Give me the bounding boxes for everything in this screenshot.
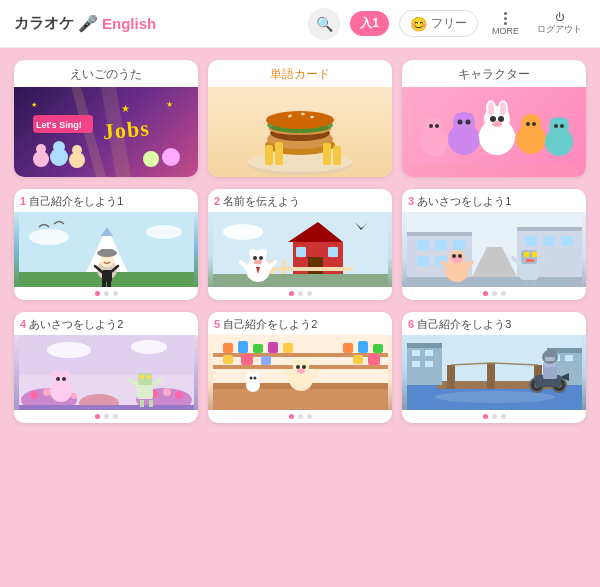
svg-rect-162 — [149, 400, 153, 407]
svg-point-189 — [297, 369, 305, 374]
svg-point-12 — [143, 151, 159, 167]
dot — [95, 291, 100, 296]
category-card-vocabulary[interactable]: 単語カード — [208, 60, 392, 177]
lesson-1-dots — [14, 287, 198, 300]
svg-rect-110 — [517, 227, 582, 231]
svg-rect-131 — [526, 259, 534, 262]
lesson-6-image — [402, 335, 586, 410]
main-content: えいごのうた Jobs Let's Sing! — [0, 48, 600, 447]
food-illustration — [208, 87, 392, 177]
category-title-songs: えいごのうた — [14, 60, 198, 87]
svg-point-155 — [56, 377, 60, 381]
dot — [492, 414, 497, 419]
category-card-songs[interactable]: えいごのうた Jobs Let's Sing! — [14, 60, 198, 177]
logo-karaoke-text: カラオケ — [14, 14, 74, 33]
svg-rect-182 — [368, 354, 380, 365]
svg-rect-28 — [265, 145, 273, 165]
dot — [113, 414, 118, 419]
svg-point-100 — [259, 256, 263, 260]
dot — [289, 414, 294, 419]
lesson-4-title: 4あいさつをしよう2 — [14, 312, 198, 335]
svg-rect-211 — [425, 350, 433, 356]
svg-rect-159 — [140, 375, 144, 379]
svg-rect-180 — [261, 356, 271, 365]
dot — [289, 291, 294, 296]
lesson-row-2: 4あいさつをしよう2 — [14, 312, 586, 423]
dot — [492, 291, 497, 296]
lesson-1-num: 1 — [20, 195, 26, 207]
lesson-6-num: 6 — [408, 318, 414, 330]
smile-icon: 😊 — [410, 16, 427, 32]
lesson-card-3[interactable]: 3あいさつをしよう1 — [402, 189, 586, 300]
svg-rect-176 — [358, 341, 368, 353]
svg-rect-80 — [107, 280, 111, 287]
dot — [104, 414, 109, 419]
lesson-2-image — [208, 212, 392, 287]
header-controls: 🔍 入1 😊 フリー MORE ⏻ ログアウト — [308, 8, 586, 40]
svg-rect-212 — [412, 361, 420, 367]
svg-point-57 — [526, 122, 530, 126]
svg-point-49 — [500, 102, 506, 116]
more-button[interactable]: MORE — [488, 10, 523, 38]
chars-illustration — [402, 87, 586, 177]
mic-icon: 🎤 — [78, 14, 98, 33]
logout-button[interactable]: ⏻ ログアウト — [533, 10, 586, 38]
category-title-vocabulary: 単語カード — [208, 60, 392, 87]
svg-point-124 — [458, 254, 462, 258]
category-card-characters[interactable]: キャラクター — [402, 60, 586, 177]
search-button[interactable]: 🔍 — [308, 8, 340, 40]
svg-rect-29 — [275, 142, 283, 165]
svg-point-197 — [253, 377, 256, 380]
lesson-5-num: 5 — [214, 318, 220, 330]
svg-rect-208 — [407, 343, 442, 348]
lesson-card-6[interactable]: 6自己紹介をしよう3 — [402, 312, 586, 423]
svg-point-42 — [458, 120, 463, 125]
lesson-1-image — [14, 212, 198, 287]
app-header: カラオケ 🎤 English 🔍 入1 😊 フリー MORE ⏻ ログアウト — [0, 0, 600, 48]
dot — [483, 414, 488, 419]
lesson-1-title: 1自己紹介をしよう1 — [14, 189, 198, 212]
dot — [104, 291, 109, 296]
svg-point-146 — [175, 391, 183, 399]
lesson-3-num: 3 — [408, 195, 414, 207]
category-image-songs: Jobs Let's Sing! ★ — [14, 87, 198, 177]
svg-rect-114 — [417, 256, 429, 266]
svg-rect-116 — [525, 236, 537, 246]
free-label: フリー — [431, 15, 467, 32]
svg-rect-161 — [140, 400, 144, 407]
lesson-4-image — [14, 335, 198, 410]
svg-rect-175 — [343, 343, 353, 353]
logout-icon: ⏻ — [555, 12, 564, 22]
lesson-card-5[interactable]: 5自己紹介をしよう2 — [208, 312, 392, 423]
lesson-card-4[interactable]: 4あいさつをしよう2 — [14, 312, 198, 423]
svg-rect-135 — [532, 280, 537, 287]
lesson-3-image — [402, 212, 586, 287]
lesson-row-1: 1自己紹介をしよう1 — [14, 189, 586, 300]
svg-rect-117 — [543, 236, 555, 246]
svg-rect-228 — [545, 357, 555, 361]
lesson-4-num: 4 — [20, 318, 26, 330]
dot — [113, 291, 118, 296]
svg-point-51 — [498, 116, 504, 122]
lesson-card-1[interactable]: 1自己紹介をしよう1 — [14, 189, 198, 300]
lesson-card-2[interactable]: 2名前を伝えよう — [208, 189, 392, 300]
badge-button[interactable]: 入1 — [350, 11, 389, 36]
svg-rect-30 — [323, 143, 331, 165]
svg-rect-118 — [561, 236, 573, 246]
lesson-5-dots — [208, 410, 392, 423]
svg-rect-215 — [565, 355, 573, 361]
free-button[interactable]: 😊 フリー — [399, 10, 478, 37]
lesson-3-dots — [402, 287, 586, 300]
dot — [298, 291, 303, 296]
lesson-2-dots — [208, 287, 392, 300]
badge-label: 入1 — [360, 15, 379, 32]
svg-point-63 — [554, 124, 558, 128]
category-image-vocabulary — [208, 87, 392, 177]
dot — [501, 291, 506, 296]
search-icon: 🔍 — [316, 16, 333, 32]
svg-rect-88 — [328, 247, 338, 257]
svg-rect-202 — [487, 363, 495, 389]
lesson-2-num: 2 — [214, 195, 220, 207]
lesson-5-image — [208, 335, 392, 410]
svg-point-97 — [249, 249, 257, 257]
